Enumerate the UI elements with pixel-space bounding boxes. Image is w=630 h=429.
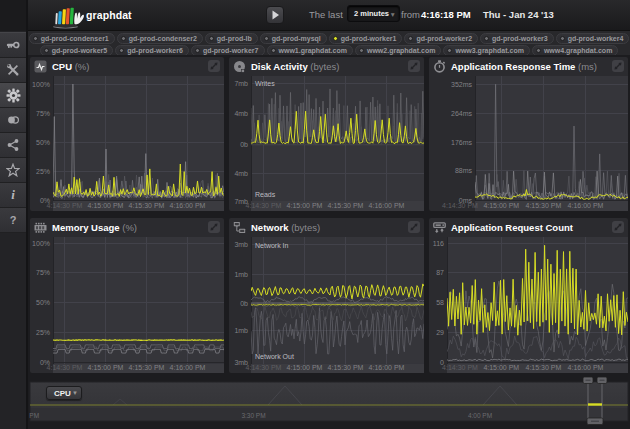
svg-text:4:14:30 PM: 4:14:30 PM	[47, 364, 83, 371]
svg-text:Reads: Reads	[255, 191, 276, 198]
svg-text:4:16:00 PM: 4:16:00 PM	[369, 202, 405, 209]
svg-text:Writes: Writes	[255, 80, 275, 87]
svg-text:4:15:00 PM: 4:15:00 PM	[88, 202, 124, 209]
svg-text:3:30 PM: 3:30 PM	[241, 412, 265, 419]
svg-text:4:15:00 PM: 4:15:00 PM	[483, 202, 519, 209]
svg-text:4:15:30 PM: 4:15:30 PM	[525, 202, 561, 209]
svg-text:25%: 25%	[36, 329, 50, 336]
svg-text:4:14:30 PM: 4:14:30 PM	[246, 202, 282, 209]
svg-text:4:15:00 PM: 4:15:00 PM	[88, 364, 124, 371]
svg-text:4:15:30 PM: 4:15:30 PM	[525, 364, 561, 371]
svg-text:29: 29	[436, 329, 444, 336]
svg-text:58: 58	[436, 299, 444, 306]
svg-text:4:15:30 PM: 4:15:30 PM	[328, 202, 364, 209]
svg-text:88ms: 88ms	[455, 167, 473, 174]
svg-text:4:14:30 PM: 4:14:30 PM	[442, 202, 478, 209]
svg-text:4:16:00 PM: 4:16:00 PM	[568, 202, 604, 209]
svg-text:264ms: 264ms	[451, 110, 473, 117]
svg-text:4mb: 4mb	[234, 170, 248, 177]
svg-text:75%: 75%	[36, 110, 50, 117]
svg-text:1mb: 1mb	[234, 271, 248, 278]
svg-text:4:15:00 PM: 4:15:00 PM	[287, 364, 323, 371]
svg-text:4:15:30 PM: 4:15:30 PM	[129, 202, 165, 209]
svg-text:100%: 100%	[32, 240, 50, 247]
svg-text:25%: 25%	[36, 168, 50, 175]
svg-text:4:16:00 PM: 4:16:00 PM	[170, 202, 206, 209]
svg-text:3:00 PM: 3:00 PM	[28, 412, 39, 419]
svg-text:4:14:30 PM: 4:14:30 PM	[246, 364, 282, 371]
svg-text:87: 87	[436, 269, 444, 276]
svg-text:3mb: 3mb	[234, 241, 248, 248]
svg-text:4:14:30 PM: 4:14:30 PM	[442, 364, 478, 371]
svg-text:50%: 50%	[36, 139, 50, 146]
svg-text:4:15:30 PM: 4:15:30 PM	[129, 364, 165, 371]
svg-text:4:15:00 PM: 4:15:00 PM	[287, 202, 323, 209]
svg-text:1mb: 1mb	[234, 327, 248, 334]
svg-text:75%: 75%	[36, 269, 50, 276]
svg-text:4:16:00 PM: 4:16:00 PM	[369, 364, 405, 371]
svg-text:0b: 0b	[240, 141, 248, 148]
svg-text:4:16:00 PM: 4:16:00 PM	[170, 364, 206, 371]
svg-text:4:14:30 PM: 4:14:30 PM	[47, 202, 83, 209]
svg-text:4:00 PM: 4:00 PM	[468, 412, 492, 419]
svg-text:Network Out: Network Out	[255, 353, 294, 360]
svg-text:4:16:00 PM: 4:16:00 PM	[568, 364, 604, 371]
svg-text:4:15:30 PM: 4:15:30 PM	[328, 364, 364, 371]
svg-text:116: 116	[433, 240, 444, 247]
svg-text:4mb: 4mb	[234, 110, 248, 117]
svg-text:176ms: 176ms	[451, 139, 473, 146]
svg-text:0b: 0b	[240, 300, 248, 307]
svg-text:4:15:00 PM: 4:15:00 PM	[483, 364, 519, 371]
svg-text:7mb: 7mb	[234, 80, 248, 87]
svg-text:Network In: Network In	[255, 242, 289, 249]
svg-text:50%: 50%	[36, 299, 50, 306]
svg-text:352ms: 352ms	[451, 81, 473, 88]
svg-text:100%: 100%	[32, 81, 50, 88]
